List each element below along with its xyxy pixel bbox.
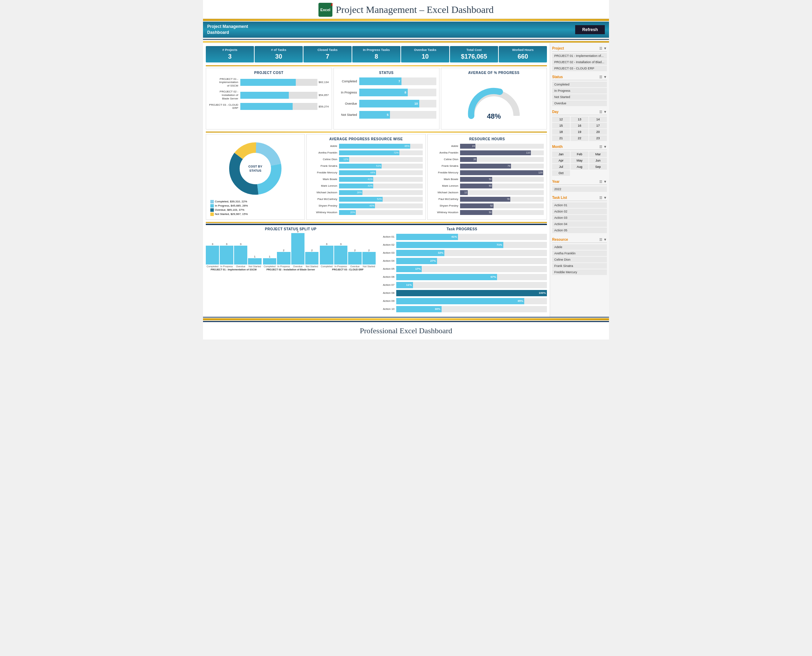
resource-sort-icon[interactable]: ▼ [604,238,607,241]
sidebar-resource-item[interactable]: Adele [552,244,607,250]
sidebar-tasks-list: Action 01Action 02Action 03Action 04Acti… [552,203,607,234]
month-filter-icon[interactable]: ☰ [599,145,602,149]
sidebar-task-item[interactable]: Action 03 [552,215,607,221]
sidebar-status-item[interactable]: Completed [552,82,607,87]
bottom-section: PROJECT STATUS SPLIT UP 3 3 3 1 [206,224,547,314]
kpi-cost-label: Total Cost [451,48,497,52]
resource-bar-item: Aretha Franklin 72% [309,150,423,155]
sidebar-day-item[interactable]: 23 [589,135,607,141]
sidebar-status-item[interactable]: Overdue [552,101,607,106]
resource-progress-bars: Adele 85% Aretha Franklin 72% Celine Dio… [309,144,423,215]
project-filter-icon[interactable]: ☰ [599,46,602,50]
split-bar-col: 2 [348,249,361,265]
kpi-tasks: # of Tasks 30 [255,46,303,62]
sidebar-day-item[interactable]: 21 [552,135,570,141]
sidebar-resource-item[interactable]: Frank Sinatra [552,263,607,269]
sidebar-year-section: Year ☰ ▼ 2022 [552,179,607,192]
kpi-cost: Total Cost $176,065 [450,46,498,62]
sidebar-day-item[interactable]: 19 [571,129,588,135]
sidebar-statuses-list: CompletedIn ProgressNot StartedOverdue [552,82,607,106]
refresh-button[interactable]: Refresh [575,25,605,34]
footer-title: Professional Excel Dashboard [360,326,452,335]
tasklist-sort-icon[interactable]: ▼ [604,196,607,200]
sidebar-day-item[interactable]: 18 [552,129,570,135]
sidebar-resource-item[interactable]: Celine Dion [552,257,607,262]
status-overdue: Overdue 10 [337,100,436,107]
resource-hours-item: Adele 24 [431,144,544,149]
sidebar-status-item[interactable]: In Progress [552,88,607,93]
sidebar-task-item[interactable]: Action 04 [552,221,607,227]
resource-bar-item: Whitney Houston 20% [309,210,423,215]
task-bar-item: Action 07 11% [377,282,547,288]
day-sort-icon[interactable]: ▼ [604,110,607,114]
sidebar-day-item[interactable]: 15 [552,123,570,128]
nav-title: Project ManagementDashboard [207,24,248,36]
sidebar-day-section: Day ☰ ▼ 121314151617181920212223 [552,109,607,141]
resource-hours-item: Mark Lennon 50 [431,184,544,189]
sidebar-months-grid: JanFebMarAprMayJunJulAugSepOct [552,152,607,176]
month-sort-icon[interactable]: ▼ [604,145,607,149]
day-filter-icon[interactable]: ☰ [599,110,602,114]
split-bar-col: 3 [220,243,233,265]
resource-hours-chart: RESOURCE HOURS Adele 24 Aretha Franklin … [427,134,547,220]
sidebar-project-item[interactable]: PROJECT 03 - CLOUD ERP [552,66,607,71]
kpi-hours: Worked Hours 660 [499,46,547,62]
resource-bar-item: Celine Dion 12% [309,157,423,162]
sidebar-tasklist-title: Task List [552,196,567,200]
sidebar-month-item[interactable]: Oct [552,170,570,176]
sidebar-task-item[interactable]: Action 01 [552,203,607,208]
sidebar-day-item[interactable]: 22 [571,135,588,141]
year-sort-icon[interactable]: ▼ [604,180,607,184]
kpi-projects-value: 3 [207,53,253,60]
resource-bar-item: Shyam Presley 43% [309,203,423,208]
sidebar-month-item[interactable]: Aug [571,164,588,170]
resource-hours-bars: Adele 24 Aretha Franklin 110 Celine Dion… [431,144,544,215]
kpi-hours-label: Worked Hours [500,48,545,52]
sidebar-month-item[interactable]: Sep [589,164,607,170]
sidebar-day-item[interactable]: 13 [571,116,588,122]
sidebar-task-item[interactable]: Action 02 [552,209,607,214]
sidebar-resource-item[interactable]: Aretha Franklin [552,251,607,256]
sidebar-day-item[interactable]: 14 [589,116,607,122]
sidebar-month-item[interactable]: Jul [552,164,570,170]
sidebar-month-item[interactable]: Jan [552,152,570,157]
avg-progress-title: AVERAGE OF % PROGRESS [444,71,544,75]
sidebar-resource-item[interactable]: Freddie Mercury [552,269,607,275]
svg-text:COST BY: COST BY [249,165,262,168]
sidebar-days-grid: 121314151617181920212223 [552,116,607,141]
kpi-inprogress-value: 8 [354,53,399,60]
legend-overdue: Overdue, $65,103, 37% [210,208,300,212]
sidebar-day-item[interactable]: 20 [589,129,607,135]
resource-hours-item: Mark Bowie 50 [431,177,544,182]
sidebar-month-item[interactable]: Jun [589,158,607,163]
task-bar-item: Action 02 71% [377,242,547,248]
nav-bar: Project ManagementDashboard Refresh [203,22,609,38]
sidebar-month-item[interactable]: Apr [552,158,570,163]
sidebar-status-item[interactable]: Not Started [552,94,607,100]
project-sort-icon[interactable]: ▼ [604,46,607,50]
sidebar-month-item[interactable]: May [571,158,588,163]
sidebar-project-item[interactable]: PROJECT 02 - Installation of Blad... [552,59,607,65]
sidebar-month-item[interactable]: Feb [571,152,588,157]
sidebar-task-item[interactable]: Action 05 [552,227,607,233]
status-filter-icon[interactable]: ☰ [599,75,602,79]
year-filter-icon[interactable]: ☰ [599,180,602,184]
resource-filter-icon[interactable]: ☰ [599,238,602,241]
sidebar-day-item[interactable]: 16 [571,123,588,128]
sidebar-day-item[interactable]: 12 [552,116,570,122]
task-progress-section: Task PROGRESS Action 01 41% Action 02 71… [377,227,547,314]
resource-hours-item: Freddie Mercury 129 [431,170,544,175]
kpi-closed-label: Closed Tasks [305,48,350,52]
sidebar-month-title: Month [552,145,563,149]
resource-hours-item: Frank Sinatra 79 [431,164,544,169]
kpi-projects-label: # Projects [207,48,253,52]
tasklist-filter-icon[interactable]: ☰ [599,196,602,200]
sidebar-year-value[interactable]: 2022 [552,186,607,192]
legend-inprogress: In Progress, $45,685, 26% [210,204,300,207]
status-sort-icon[interactable]: ▼ [604,75,607,79]
sidebar-project-item[interactable]: PROJECT 01 - Implementation of... [552,53,607,59]
project-cost-title: PROJECT COST [209,71,329,75]
project-split-group: 3 3 2 2 CompletedIn ProgressOverdueNot S… [320,233,376,271]
sidebar-day-item[interactable]: 17 [589,123,607,128]
sidebar-month-item[interactable]: Mar [589,152,607,157]
